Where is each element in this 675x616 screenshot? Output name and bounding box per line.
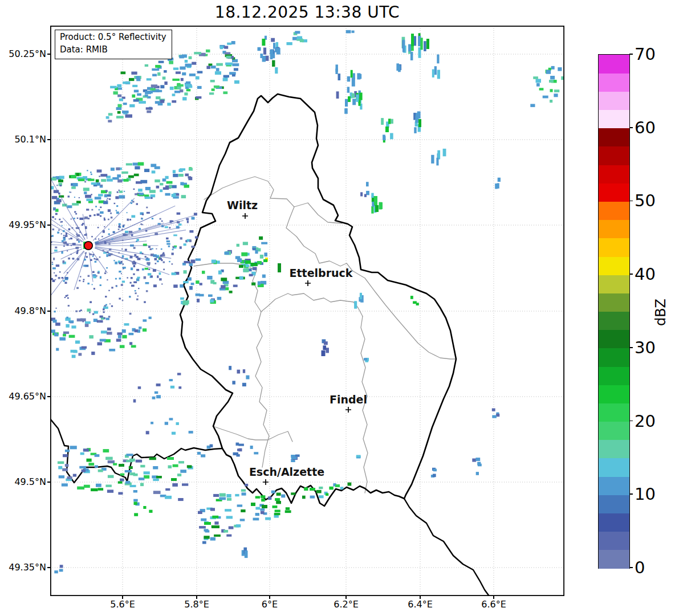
radar-screenshot: 18.12.2025 13:38 UTC WiltzEttelbruckFind… xyxy=(0,0,675,616)
y-tick-mark xyxy=(47,567,50,568)
colorbar-segment xyxy=(599,165,629,183)
colorbar-tick-label: 30 xyxy=(635,338,674,357)
colorbar-segment xyxy=(599,348,629,367)
colorbar-segment xyxy=(599,403,629,422)
city-marker xyxy=(345,407,351,413)
colorbar-segment xyxy=(599,330,629,349)
x-tick-label: 6.2°E xyxy=(334,599,359,610)
y-tick-mark xyxy=(47,311,50,312)
colorbar-segment xyxy=(599,366,629,385)
colorbar-tick-label: 20 xyxy=(635,411,674,431)
colorbar-segment xyxy=(599,220,629,239)
colorbar-tick-mark xyxy=(629,567,633,568)
colorbar-tick-mark xyxy=(629,54,633,55)
x-tick-mark xyxy=(122,596,123,599)
colorbar-segment xyxy=(599,550,629,569)
y-tick-mark xyxy=(47,139,50,140)
city-label: Findel xyxy=(330,393,367,406)
city-marker xyxy=(305,280,311,286)
colorbar-tick-mark xyxy=(629,347,633,348)
colorbar-segment xyxy=(599,256,629,275)
radar-site-marker xyxy=(84,242,93,250)
colorbar-segment xyxy=(599,238,629,257)
y-tick-label: 50.25°N xyxy=(0,48,46,60)
colorbar-segment xyxy=(599,440,629,459)
colorbar-tick-label: 10 xyxy=(635,484,674,504)
colorbar-segment xyxy=(599,146,629,165)
x-tick-mark xyxy=(420,596,421,599)
city-labels: WiltzEttelbruckFindelEsch/Alzette xyxy=(227,199,367,485)
colorbar-segment xyxy=(599,312,629,331)
colorbar-tick-mark xyxy=(629,421,633,422)
radar-map-svg: WiltzEttelbruckFindelEsch/Alzette xyxy=(50,26,564,596)
colorbar-segment xyxy=(599,495,629,513)
page-title: 18.12.2025 13:38 UTC xyxy=(50,3,564,22)
colorbar-tick-mark xyxy=(629,201,633,202)
x-tick-mark xyxy=(493,596,494,599)
city-label: Esch/Alzette xyxy=(249,466,324,478)
colorbar-tick-mark xyxy=(629,493,633,495)
y-tick-mark xyxy=(47,225,50,226)
colorbar-segment xyxy=(599,513,629,532)
y-tick-mark xyxy=(47,396,50,397)
colorbar-segment xyxy=(599,385,629,403)
y-tick-label: 49.35°N xyxy=(0,562,46,573)
colorbar-segment xyxy=(599,422,629,440)
x-tick-label: 6.4°E xyxy=(408,599,433,610)
colorbar-tick-label: 70 xyxy=(635,44,674,64)
data-source-label: Data: RMIB xyxy=(60,44,166,56)
colorbar-segment xyxy=(599,110,629,129)
city-marker xyxy=(263,479,269,485)
x-tick-label: 6°E xyxy=(262,599,278,610)
colorbar-tick-mark xyxy=(629,274,633,275)
x-tick-mark xyxy=(196,596,197,599)
internal-borders xyxy=(194,177,456,493)
x-tick-label: 6.6°E xyxy=(481,599,506,610)
colorbar-segment xyxy=(599,293,629,312)
y-tick-label: 50.1°N xyxy=(0,134,46,145)
colorbar-segment xyxy=(599,476,629,495)
colorbar-segment xyxy=(599,532,629,550)
colorbar-segment xyxy=(599,73,629,92)
colorbar-segment xyxy=(599,91,629,110)
info-box: Product: 0.5° Reflectivity Data: RMIB xyxy=(55,30,172,59)
colorbar-segment xyxy=(599,55,629,74)
colorbar-segment xyxy=(599,201,629,220)
colorbar-segment xyxy=(599,183,629,202)
echo-cells xyxy=(50,30,564,573)
y-tick-label: 49.8°N xyxy=(0,305,46,317)
colorbar-segment xyxy=(599,275,629,293)
city-label: Ettelbruck xyxy=(290,267,353,279)
y-tick-label: 49.5°N xyxy=(0,476,46,488)
y-tick-mark xyxy=(47,482,50,483)
colorbar-tick-label: 0 xyxy=(635,558,674,577)
x-tick-mark xyxy=(345,596,347,599)
x-tick-mark xyxy=(269,596,270,599)
colorbar-tick-label: 60 xyxy=(635,118,674,137)
city-label: Wiltz xyxy=(227,199,258,211)
colorbar-segment xyxy=(599,128,629,147)
y-tick-label: 49.95°N xyxy=(0,219,46,231)
map-plot-area: WiltzEttelbruckFindelEsch/Alzette xyxy=(50,26,564,596)
colorbar-unit-label: dBZ xyxy=(653,289,670,336)
x-tick-label: 5.8°E xyxy=(184,599,209,610)
y-tick-mark xyxy=(47,54,50,55)
x-tick-label: 5.6°E xyxy=(110,599,135,610)
colorbar-segment xyxy=(599,458,629,477)
colorbar-tick-mark xyxy=(629,127,633,128)
city-marker xyxy=(242,213,248,219)
colorbar-tick-label: 50 xyxy=(635,191,674,210)
colorbar xyxy=(598,54,630,569)
y-tick-label: 49.65°N xyxy=(0,391,46,402)
colorbar-tick-label: 40 xyxy=(635,264,674,284)
product-label: Product: 0.5° Reflectivity xyxy=(60,31,166,44)
